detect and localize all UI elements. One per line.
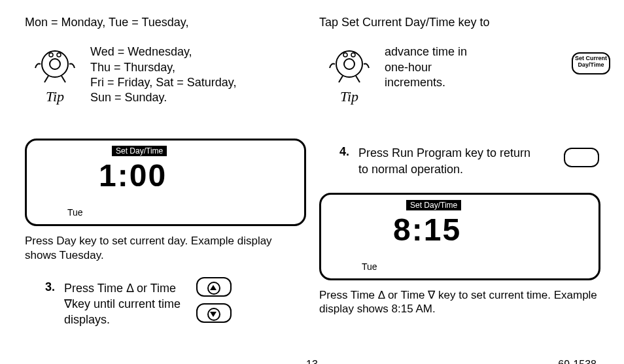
svg-point-5: [344, 59, 355, 69]
svg-point-6: [343, 53, 347, 57]
page-number: 13: [306, 359, 318, 364]
tip-character-icon: [32, 44, 78, 85]
caption-day-key: Press Day key to set current day. Exampl…: [25, 234, 306, 262]
tip-character-icon: [326, 44, 372, 85]
tap-set-line1: Tap Set Current Day/Time key to: [319, 14, 600, 30]
run-program-key[interactable]: [564, 148, 599, 167]
lcd-mode-badge: Set Day/Time: [406, 200, 461, 210]
step-number: 3.: [25, 280, 64, 328]
triangle-down-icon: [207, 308, 220, 321]
step-text: Press Run Program key to return to norma…: [358, 145, 535, 177]
svg-point-2: [49, 53, 53, 57]
step-3: 3. Press Time Δ or Time ∇key until curre…: [25, 280, 306, 328]
set-current-daytime-key-wrap: Set Current Day/Time: [572, 52, 614, 74]
lcd-day: Tue: [67, 207, 83, 218]
lcd-display-right: Set Day/Time 8:15 Tue: [319, 193, 600, 280]
day-abbrev-line1: Mon = Monday, Tue = Tuesday,: [25, 14, 306, 30]
lcd-display-left: Set Day/Time 1:00 Tue: [25, 139, 306, 226]
set-current-daytime-key[interactable]: Set Current Day/Time: [572, 52, 610, 74]
doc-number: 69-1538: [558, 359, 597, 364]
tip-label: Tip: [25, 87, 85, 107]
tap-set-continued: advance time in one-hour increments.: [379, 44, 483, 106]
triangle-up-icon: [207, 282, 220, 295]
svg-point-7: [351, 53, 355, 57]
day-abbrev-continued: Wed = Wednesday, Thu = Thursday, Fri = F…: [85, 44, 306, 106]
step-4: 4. Press Run Program key to return to no…: [319, 145, 600, 177]
lcd-time: 8:15: [393, 212, 461, 248]
svg-point-3: [57, 53, 61, 57]
lcd-mode-badge: Set Day/Time: [112, 146, 167, 156]
time-down-key[interactable]: [196, 303, 232, 323]
time-up-key[interactable]: [196, 277, 232, 297]
tip-label: Tip: [319, 87, 379, 107]
left-column: Mon = Monday, Tue = Tuesday, Tip Wed = W…: [25, 0, 306, 328]
step-text: Press Time Δ or Time ∇key until current …: [64, 280, 201, 328]
step-number: 4.: [319, 145, 358, 177]
right-column: Tap Set Current Day/Time key to Tip adva…: [319, 0, 600, 316]
caption-time-key: Press Time Δ or Time ∇ key to set curren…: [319, 288, 600, 316]
lcd-time: 1:00: [99, 157, 167, 193]
svg-point-1: [50, 59, 60, 69]
time-arrow-keys: [196, 277, 232, 329]
lcd-day: Tue: [362, 261, 377, 272]
